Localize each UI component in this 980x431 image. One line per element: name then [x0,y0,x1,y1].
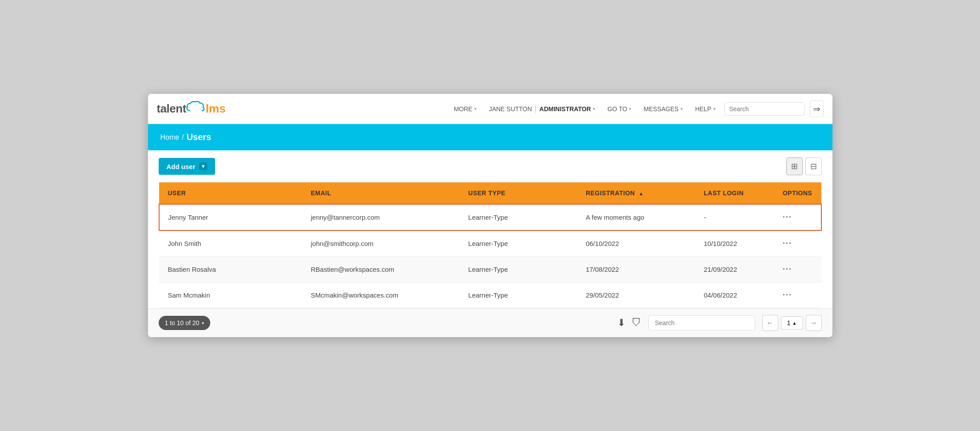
add-user-button[interactable]: Add user ▾ [159,158,215,175]
col-header-email[interactable]: EMAIL [302,182,459,204]
nav-help[interactable]: HELP ▾ [690,102,721,116]
breadcrumb-separator: / [182,133,184,141]
toolbar: Add user ▾ ⊞ ⊟ [148,150,832,182]
cell-user: John Smith [159,230,302,257]
table-row[interactable]: Bastien RosalvaRBastien@workspaces.comLe… [159,257,821,282]
cell-email: jenny@tannercorp.com [302,204,459,230]
cell-email: RBastien@workspaces.com [302,257,459,282]
col-header-user[interactable]: USER [159,182,302,204]
grid-view-button[interactable]: ⊟ [805,157,822,175]
nav-goto[interactable]: GO TO ▾ [602,102,637,116]
page-count[interactable]: 1 to 10 of 20 ▾ [159,316,211,330]
options-menu-button[interactable]: ··· [783,265,792,274]
cell-usertype: Learner-Type [460,204,577,230]
logout-button[interactable]: ⇒ [810,101,824,117]
sort-icon: ▲ [639,191,644,196]
cell-lastlogin: - [695,204,773,230]
user-chevron-icon: ▾ [593,106,595,111]
list-view-button[interactable]: ⊞ [786,157,803,175]
app-window: talent lms MORE ▾ JANE SUTTON | ADMINIST… [148,94,832,337]
table-row[interactable]: Jenny Tannerjenny@tannercorp.comLearner-… [159,204,821,230]
col-header-registration[interactable]: REGISTRATION ▲ [577,182,695,204]
options-menu-button[interactable]: ··· [783,213,792,222]
cell-user: Jenny Tanner [159,204,302,230]
bottom-icons: ⬇ ⛉ [617,317,641,329]
cell-options: ··· [774,204,821,230]
view-toggle: ⊞ ⊟ [786,157,822,175]
cell-registration: 29/05/2022 [577,282,695,308]
cell-registration: A few moments ago [577,204,695,230]
table-header: USER EMAIL USER TYPE REGISTRATION ▲ LAST… [159,182,821,204]
cell-usertype: Learner-Type [460,230,577,257]
goto-chevron-icon: ▾ [629,106,631,111]
cell-usertype: Learner-Type [460,257,577,282]
pagination: ← 1 ▲ → [762,315,822,331]
options-menu-button[interactable]: ··· [783,290,792,299]
logo-cloud-icon [186,101,206,117]
table-row[interactable]: Sam McmakinSMcmakin@workspaces.comLearne… [159,282,821,308]
cell-email: SMcmakin@workspaces.com [302,282,459,308]
logo-lms: lms [206,102,226,116]
global-search-box[interactable] [724,102,804,116]
global-search-input[interactable] [729,105,800,113]
logo-talent: talent [157,102,186,116]
prev-page-button[interactable]: ← [762,315,778,331]
download-icon[interactable]: ⬇ [617,317,625,329]
grid-view-icon: ⊟ [810,161,817,171]
next-page-icon: → [810,319,817,327]
next-page-button[interactable]: → [806,315,822,331]
list-view-icon: ⊞ [791,161,798,171]
nav-messages[interactable]: MESSAGES ▾ [638,102,688,116]
breadcrumb-bar: Home / Users [148,124,832,150]
users-table: USER EMAIL USER TYPE REGISTRATION ▲ LAST… [159,182,822,308]
users-table-container: USER EMAIL USER TYPE REGISTRATION ▲ LAST… [148,182,832,308]
page-count-caret-icon: ▾ [202,321,204,326]
prev-page-icon: ← [767,319,774,327]
nav-items: MORE ▾ JANE SUTTON | ADMINISTRATOR ▾ GO … [448,101,721,117]
nav-user[interactable]: JANE SUTTON | ADMINISTRATOR ▾ [484,101,600,117]
bottom-search-input[interactable] [655,319,748,326]
cell-email: john@smithcorp.com [302,230,459,257]
logo[interactable]: talent lms [157,101,226,117]
messages-chevron-icon: ▾ [680,106,683,111]
add-user-dropdown-icon: ▾ [199,162,207,170]
cell-options: ··· [774,230,821,257]
bottom-bar: 1 to 10 of 20 ▾ ⬇ ⛉ ← 1 ▲ → [148,308,832,337]
options-menu-button[interactable]: ··· [783,239,792,248]
filter-icon[interactable]: ⛉ [632,317,641,329]
breadcrumb-home[interactable]: Home [160,133,180,141]
col-header-lastlogin[interactable]: LAST LOGIN [695,182,773,204]
cell-registration: 06/10/2022 [577,230,695,257]
page-current: 1 ▲ [781,316,803,330]
cell-user: Bastien Rosalva [159,257,302,282]
cell-user: Sam Mcmakin [159,282,302,308]
logout-icon: ⇒ [813,104,820,114]
col-header-usertype[interactable]: USER TYPE [460,182,577,204]
col-header-options: OPTIONS [774,182,821,204]
cell-registration: 17/08/2022 [577,257,695,282]
top-nav: talent lms MORE ▾ JANE SUTTON | ADMINIST… [148,94,832,124]
help-chevron-icon: ▾ [713,106,716,111]
cell-options: ··· [774,257,821,282]
cell-usertype: Learner-Type [460,282,577,308]
table-row[interactable]: John Smithjohn@smithcorp.comLearner-Type… [159,230,821,257]
more-chevron-icon: ▾ [474,106,476,111]
cell-lastlogin: 10/10/2022 [695,230,773,257]
table-body: Jenny Tannerjenny@tannercorp.comLearner-… [159,204,821,308]
nav-more[interactable]: MORE ▾ [448,102,482,116]
cell-lastlogin: 21/09/2022 [695,257,773,282]
breadcrumb-current: Users [187,132,212,142]
cell-lastlogin: 04/06/2022 [695,282,773,308]
cell-options: ··· [774,282,821,308]
bottom-search-box[interactable] [648,315,755,330]
